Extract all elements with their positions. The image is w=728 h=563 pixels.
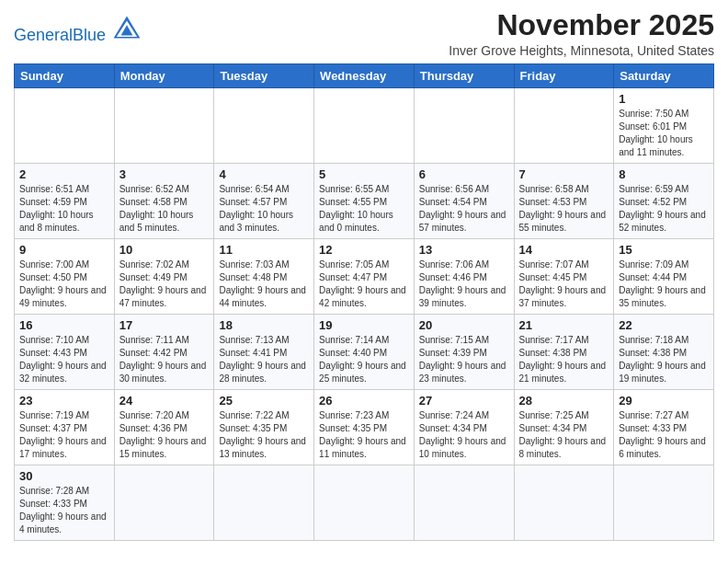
calendar-cell: 21Sunrise: 7:17 AM Sunset: 4:38 PM Dayli… bbox=[514, 315, 614, 390]
day-info: Sunrise: 7:10 AM Sunset: 4:43 PM Dayligh… bbox=[19, 334, 109, 385]
calendar-cell: 29Sunrise: 7:27 AM Sunset: 4:33 PM Dayli… bbox=[614, 390, 714, 465]
calendar-cell bbox=[114, 88, 214, 164]
calendar-cell: 15Sunrise: 7:09 AM Sunset: 4:44 PM Dayli… bbox=[614, 239, 714, 315]
calendar-cell: 22Sunrise: 7:18 AM Sunset: 4:38 PM Dayli… bbox=[614, 315, 714, 390]
day-info: Sunrise: 7:28 AM Sunset: 4:33 PM Dayligh… bbox=[19, 485, 109, 536]
day-number: 17 bbox=[119, 318, 210, 332]
day-number: 29 bbox=[619, 394, 709, 408]
calendar-cell: 25Sunrise: 7:22 AM Sunset: 4:35 PM Dayli… bbox=[214, 390, 314, 465]
day-number: 1 bbox=[619, 92, 709, 106]
day-info: Sunrise: 6:51 AM Sunset: 4:59 PM Dayligh… bbox=[19, 183, 109, 235]
logo-text: GeneralBlue bbox=[14, 26, 110, 44]
day-number: 20 bbox=[419, 318, 509, 332]
day-number: 8 bbox=[619, 167, 709, 181]
day-number: 10 bbox=[119, 243, 210, 257]
day-info: Sunrise: 7:20 AM Sunset: 4:36 PM Dayligh… bbox=[119, 409, 210, 461]
calendar-cell: 20Sunrise: 7:15 AM Sunset: 4:39 PM Dayli… bbox=[414, 315, 514, 390]
week-row-3: 9Sunrise: 7:00 AM Sunset: 4:50 PM Daylig… bbox=[15, 239, 714, 315]
weekday-header-friday: Friday bbox=[514, 64, 614, 88]
calendar-cell: 7Sunrise: 6:58 AM Sunset: 4:53 PM Daylig… bbox=[514, 164, 614, 239]
calendar-cell bbox=[214, 88, 314, 164]
day-info: Sunrise: 7:25 AM Sunset: 4:34 PM Dayligh… bbox=[519, 409, 609, 461]
week-row-2: 2Sunrise: 6:51 AM Sunset: 4:59 PM Daylig… bbox=[15, 164, 714, 239]
day-info: Sunrise: 6:52 AM Sunset: 4:58 PM Dayligh… bbox=[119, 183, 210, 235]
day-info: Sunrise: 7:18 AM Sunset: 4:38 PM Dayligh… bbox=[619, 334, 709, 385]
logo-icon bbox=[112, 15, 142, 40]
logo-wordmark: GeneralBlue bbox=[14, 15, 142, 44]
week-row-6: 30Sunrise: 7:28 AM Sunset: 4:33 PM Dayli… bbox=[15, 465, 714, 541]
calendar-cell bbox=[414, 88, 514, 164]
day-info: Sunrise: 7:11 AM Sunset: 4:42 PM Dayligh… bbox=[119, 334, 210, 385]
day-info: Sunrise: 7:13 AM Sunset: 4:41 PM Dayligh… bbox=[219, 334, 309, 385]
weekday-header-thursday: Thursday bbox=[414, 64, 514, 88]
week-row-4: 16Sunrise: 7:10 AM Sunset: 4:43 PM Dayli… bbox=[15, 315, 714, 390]
day-number: 11 bbox=[219, 243, 309, 257]
logo-blue: Blue bbox=[73, 26, 106, 44]
calendar-cell: 23Sunrise: 7:19 AM Sunset: 4:37 PM Dayli… bbox=[15, 390, 115, 465]
weekday-header-tuesday: Tuesday bbox=[214, 64, 314, 88]
day-info: Sunrise: 7:50 AM Sunset: 6:01 PM Dayligh… bbox=[619, 108, 709, 159]
day-number: 15 bbox=[619, 243, 709, 257]
calendar-cell: 26Sunrise: 7:23 AM Sunset: 4:35 PM Dayli… bbox=[314, 390, 415, 465]
day-info: Sunrise: 7:05 AM Sunset: 4:47 PM Dayligh… bbox=[319, 259, 409, 310]
calendar-header-row: SundayMondayTuesdayWednesdayThursdayFrid… bbox=[15, 64, 714, 88]
calendar-cell bbox=[614, 465, 714, 541]
weekday-header-sunday: Sunday bbox=[15, 64, 115, 88]
calendar-cell bbox=[314, 88, 415, 164]
header: GeneralBlue November 2025 Inver Grove He… bbox=[14, 9, 714, 58]
calendar-cell bbox=[514, 465, 614, 541]
day-info: Sunrise: 6:58 AM Sunset: 4:53 PM Dayligh… bbox=[519, 183, 609, 235]
location-title: Inver Grove Heights, Minnesota, United S… bbox=[449, 43, 714, 58]
day-number: 4 bbox=[219, 167, 309, 181]
day-number: 7 bbox=[519, 167, 609, 181]
day-number: 23 bbox=[19, 394, 109, 408]
day-number: 2 bbox=[19, 167, 109, 181]
title-area: November 2025 Inver Grove Heights, Minne… bbox=[449, 9, 714, 58]
calendar-cell: 4Sunrise: 6:54 AM Sunset: 4:57 PM Daylig… bbox=[214, 164, 314, 239]
day-info: Sunrise: 7:24 AM Sunset: 4:34 PM Dayligh… bbox=[419, 409, 509, 461]
calendar-cell bbox=[314, 465, 415, 541]
day-info: Sunrise: 7:15 AM Sunset: 4:39 PM Dayligh… bbox=[419, 334, 509, 385]
day-info: Sunrise: 6:55 AM Sunset: 4:55 PM Dayligh… bbox=[319, 183, 409, 235]
calendar-cell: 18Sunrise: 7:13 AM Sunset: 4:41 PM Dayli… bbox=[214, 315, 314, 390]
calendar-cell: 8Sunrise: 6:59 AM Sunset: 4:52 PM Daylig… bbox=[614, 164, 714, 239]
calendar-cell: 19Sunrise: 7:14 AM Sunset: 4:40 PM Dayli… bbox=[314, 315, 415, 390]
day-number: 30 bbox=[19, 469, 109, 483]
day-number: 9 bbox=[19, 243, 109, 257]
day-number: 28 bbox=[519, 394, 609, 408]
day-number: 12 bbox=[319, 243, 409, 257]
day-number: 14 bbox=[519, 243, 609, 257]
weekday-header-monday: Monday bbox=[114, 64, 214, 88]
day-number: 6 bbox=[419, 167, 509, 181]
calendar-cell: 11Sunrise: 7:03 AM Sunset: 4:48 PM Dayli… bbox=[214, 239, 314, 315]
day-number: 3 bbox=[119, 167, 210, 181]
day-number: 25 bbox=[219, 394, 309, 408]
calendar-cell: 28Sunrise: 7:25 AM Sunset: 4:34 PM Dayli… bbox=[514, 390, 614, 465]
logo: GeneralBlue bbox=[14, 15, 142, 44]
day-info: Sunrise: 7:14 AM Sunset: 4:40 PM Dayligh… bbox=[319, 334, 409, 385]
weekday-header-saturday: Saturday bbox=[614, 64, 714, 88]
calendar-cell bbox=[514, 88, 614, 164]
day-info: Sunrise: 7:23 AM Sunset: 4:35 PM Dayligh… bbox=[319, 409, 409, 461]
day-info: Sunrise: 7:09 AM Sunset: 4:44 PM Dayligh… bbox=[619, 259, 709, 310]
calendar-cell: 2Sunrise: 6:51 AM Sunset: 4:59 PM Daylig… bbox=[15, 164, 115, 239]
day-number: 26 bbox=[319, 394, 409, 408]
calendar-cell: 9Sunrise: 7:00 AM Sunset: 4:50 PM Daylig… bbox=[15, 239, 115, 315]
day-number: 19 bbox=[319, 318, 409, 332]
day-number: 5 bbox=[319, 167, 409, 181]
day-number: 24 bbox=[119, 394, 210, 408]
week-row-1: 1Sunrise: 7:50 AM Sunset: 6:01 PM Daylig… bbox=[15, 88, 714, 164]
calendar-cell: 12Sunrise: 7:05 AM Sunset: 4:47 PM Dayli… bbox=[314, 239, 415, 315]
calendar-cell: 24Sunrise: 7:20 AM Sunset: 4:36 PM Dayli… bbox=[114, 390, 214, 465]
calendar-cell: 5Sunrise: 6:55 AM Sunset: 4:55 PM Daylig… bbox=[314, 164, 415, 239]
calendar-cell: 16Sunrise: 7:10 AM Sunset: 4:43 PM Dayli… bbox=[15, 315, 115, 390]
weekday-header-wednesday: Wednesday bbox=[314, 64, 415, 88]
calendar-cell: 13Sunrise: 7:06 AM Sunset: 4:46 PM Dayli… bbox=[414, 239, 514, 315]
calendar: SundayMondayTuesdayWednesdayThursdayFrid… bbox=[14, 63, 714, 541]
day-info: Sunrise: 7:02 AM Sunset: 4:49 PM Dayligh… bbox=[119, 259, 210, 310]
calendar-cell: 3Sunrise: 6:52 AM Sunset: 4:58 PM Daylig… bbox=[114, 164, 214, 239]
day-info: Sunrise: 6:59 AM Sunset: 4:52 PM Dayligh… bbox=[619, 183, 709, 235]
calendar-cell: 30Sunrise: 7:28 AM Sunset: 4:33 PM Dayli… bbox=[15, 465, 115, 541]
calendar-cell: 14Sunrise: 7:07 AM Sunset: 4:45 PM Dayli… bbox=[514, 239, 614, 315]
calendar-cell bbox=[114, 465, 214, 541]
